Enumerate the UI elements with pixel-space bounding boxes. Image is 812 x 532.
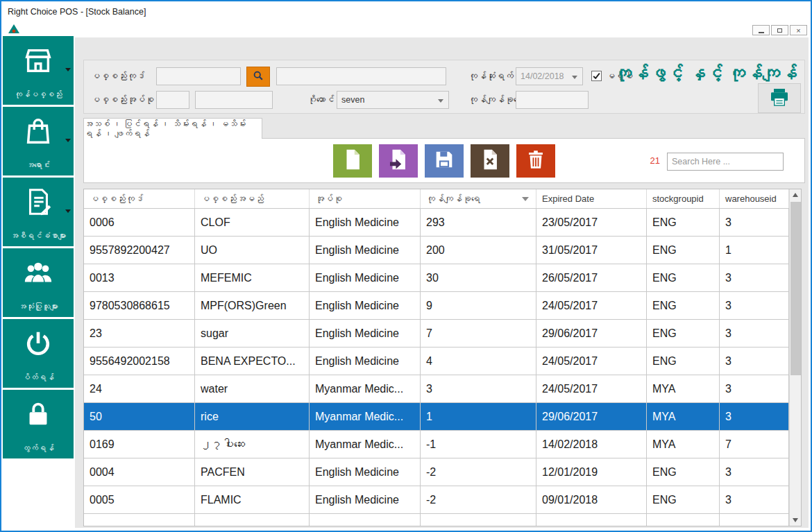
- column-header-item-code[interactable]: ပစ္စည်းကုဒ်: [84, 189, 195, 208]
- table-row[interactable]: 0006 CLOF English Medicine 293 23/05/201…: [84, 209, 801, 237]
- item-name-input[interactable]: [276, 67, 446, 85]
- column-header-expired-date[interactable]: Expired Date: [536, 189, 647, 208]
- column-header-warehouseid[interactable]: warehouseid: [720, 189, 789, 208]
- cell-expired-date: 24/05/2017: [536, 375, 647, 402]
- save-button[interactable]: [425, 144, 464, 178]
- cell-qty: 4: [421, 347, 536, 375]
- edit-button[interactable]: [379, 144, 418, 178]
- cell-group: English Medicine: [310, 320, 421, 347]
- vertical-scrollbar[interactable]: [789, 189, 801, 526]
- no-expiry-checkbox[interactable]: [591, 71, 602, 81]
- cell-item-code: 9780530868615: [84, 292, 195, 319]
- item-group-name-input[interactable]: [195, 91, 273, 109]
- grid-body: 0006 CLOF English Medicine 293 23/05/201…: [84, 209, 801, 526]
- printer-icon: [768, 86, 790, 111]
- expiry-date-label: ကုန်ဆုံးရက်: [468, 71, 514, 81]
- search-item-button[interactable]: [246, 67, 270, 87]
- table-row[interactable]: 0169 ၂၇ပါးဆေး Myanmar Medic... -1 14/02/…: [84, 431, 801, 458]
- sidebar-item-sales[interactable]: အရောင်း: [3, 107, 74, 175]
- sidebar-item-reports[interactable]: အစီရင်ခံစာများ: [3, 178, 74, 246]
- cell-group: English Medicine: [310, 237, 421, 264]
- column-header-stockgroupid[interactable]: stockgroupid: [647, 189, 720, 208]
- cell-qty: 1: [421, 403, 536, 430]
- column-header-item-name[interactable]: ပစ္စည်းအမည်: [195, 189, 310, 208]
- cell-item-code: 9557892200427: [84, 237, 195, 264]
- cell-stockgroupid: ENG: [647, 292, 720, 319]
- cell-item-code: 0169: [84, 431, 195, 458]
- cell-group: [310, 514, 421, 526]
- cell-qty: [421, 514, 536, 526]
- cell-warehouseid: 7: [720, 431, 789, 458]
- cell-item-name: water: [195, 375, 310, 402]
- sidebar-item-label: အစီရင်ခံစာများ: [3, 232, 74, 240]
- cell-expired-date: 29/06/2017: [536, 403, 647, 430]
- sidebar-item-label: ပိတ်ရန်: [3, 373, 74, 381]
- column-header-label: ကုန်ကျန်ခုရေ: [426, 194, 480, 204]
- item-code-input[interactable]: [156, 67, 241, 85]
- sidebar-item-products[interactable]: ကုန်ပစ္စည်း: [3, 36, 74, 105]
- cell-qty: -1: [421, 431, 536, 458]
- table-row[interactable]: 0004 PACFEN English Medicine -2 12/01/20…: [84, 458, 801, 486]
- scroll-up-icon[interactable]: [790, 189, 801, 201]
- table-row[interactable]: [84, 514, 801, 526]
- cell-group: English Medicine: [310, 292, 421, 319]
- cell-qty: 3: [421, 375, 536, 402]
- table-row[interactable]: 9780530868615 MPF(ORS)Green English Medi…: [84, 292, 801, 320]
- sidebar-item-label: ထွက်ရန်: [3, 444, 74, 452]
- minimize-button[interactable]: [752, 25, 770, 35]
- column-header-group[interactable]: အုပ်စု: [310, 189, 421, 208]
- table-row[interactable]: 50 rice Myanmar Medic... 1 29/06/2017 MY…: [84, 403, 801, 431]
- table-row[interactable]: 9557892200427 UO English Medicine 200 31…: [84, 237, 801, 264]
- qty-input[interactable]: [516, 91, 589, 109]
- column-header-label: stockgroupid: [652, 194, 704, 204]
- grid-search-input[interactable]: [667, 153, 784, 171]
- stock-form-panel: ပစ္စည်းကုဒ် ကုန်ဆုံးရက် 14/02/2018 မရှိပ…: [83, 60, 805, 114]
- scrollbar-thumb[interactable]: [790, 202, 801, 375]
- table-row[interactable]: 9556492002158 BENA EXPECTO... English Me…: [84, 347, 801, 375]
- table-row[interactable]: 0005 FLAMIC English Medicine -2 09/01/20…: [84, 486, 801, 514]
- cell-group: English Medicine: [310, 347, 421, 375]
- expiry-date-picker[interactable]: 14/02/2018: [516, 67, 583, 85]
- cell-group: English Medicine: [310, 458, 421, 486]
- table-row[interactable]: 24 water Myanmar Medic... 3 24/05/2017 M…: [84, 375, 801, 403]
- tab-crud-actions[interactable]: အသစ် ၊ ပြင်ရန် ၊ သိမ်းရန် ၊ မသိမ်းရန် ၊ …: [83, 118, 262, 139]
- chevron-down-icon: [438, 99, 443, 103]
- cell-item-name: sugar: [195, 320, 310, 347]
- cell-expired-date: 23/05/2017: [536, 209, 647, 236]
- cell-item-code: 23: [84, 320, 195, 347]
- scroll-down-icon[interactable]: [790, 514, 801, 526]
- save-icon: [432, 148, 456, 174]
- chevron-down-icon: [65, 68, 71, 71]
- cell-stockgroupid: ENG: [647, 320, 720, 347]
- close-button[interactable]: ×: [790, 25, 807, 35]
- warehouse-value: seven: [341, 95, 364, 105]
- cell-item-name: ၂၇ပါးဆေး: [195, 431, 310, 458]
- new-button[interactable]: [333, 144, 372, 178]
- sidebar-item-logout[interactable]: ထွက်ရန်: [3, 390, 74, 458]
- cell-group: Myanmar Medic...: [310, 375, 421, 402]
- table-row[interactable]: 23 sugar English Medicine 7 29/06/2017 E…: [84, 320, 801, 347]
- column-header-qty[interactable]: ကုန်ကျန်ခုရေ: [421, 189, 536, 208]
- restore-button[interactable]: [771, 25, 788, 35]
- cell-expired-date: 29/06/2017: [536, 320, 647, 347]
- cell-item-name: [195, 514, 310, 526]
- cancel-button[interactable]: [471, 144, 509, 178]
- cell-warehouseid: 3: [720, 347, 789, 375]
- cell-item-name: MPF(ORS)Green: [195, 292, 310, 319]
- item-group-code-input[interactable]: [156, 91, 189, 109]
- restore-icon: [777, 28, 782, 33]
- warehouse-select[interactable]: seven: [337, 91, 449, 109]
- cell-expired-date: [536, 514, 647, 526]
- sidebar-item-close[interactable]: ပိတ်ရန်: [3, 319, 74, 388]
- cell-item-name: rice: [195, 403, 310, 430]
- cell-stockgroupid: ENG: [647, 458, 720, 486]
- cell-warehouseid: 3: [720, 264, 789, 291]
- report-icon: [22, 186, 54, 218]
- minimize-icon: [759, 32, 764, 33]
- sidebar-item-users[interactable]: အသုံးပြုသူများ: [3, 248, 74, 317]
- table-row[interactable]: 0013 MEFEMIC English Medicine 30 26/05/2…: [84, 264, 801, 292]
- print-button[interactable]: [758, 83, 801, 113]
- delete-button[interactable]: [516, 144, 555, 178]
- cell-item-code: 0006: [84, 209, 195, 236]
- cell-warehouseid: 3: [720, 292, 789, 319]
